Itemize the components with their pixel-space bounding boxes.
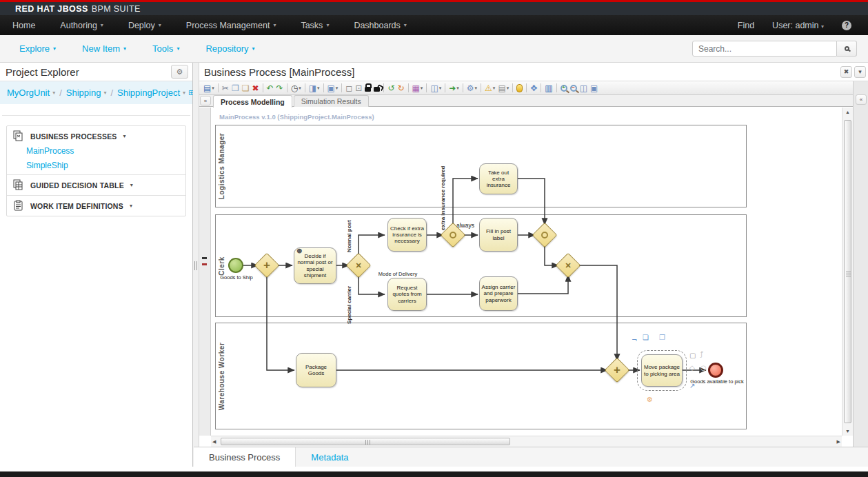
- fill-post-label-task[interactable]: Fill in post label: [479, 218, 518, 252]
- nav-item-home[interactable]: Home: [0, 15, 48, 35]
- cut-button[interactable]: ✂: [221, 82, 230, 94]
- section-guided-decision-table[interactable]: GUIDED DECISION TABLE ▾: [7, 175, 185, 195]
- section-business-processes[interactable]: BUSINESS PROCESSES ▾: [7, 126, 185, 146]
- find-link[interactable]: Find: [738, 21, 754, 30]
- scroll-up-icon[interactable]: ▲: [842, 110, 853, 114]
- start-event[interactable]: [228, 258, 243, 273]
- undo-button[interactable]: ↶: [265, 82, 275, 94]
- fit-screen-button[interactable]: ▣: [589, 82, 599, 94]
- section-work-item-definitions[interactable]: WORK ITEM DEFINITIONS ▾: [7, 196, 185, 216]
- scroll-right-icon[interactable]: ▶: [837, 439, 840, 445]
- breadcrumb-repository[interactable]: Shipping▾: [66, 88, 107, 98]
- subnav-item-repository[interactable]: Repository▾: [205, 43, 254, 54]
- subnav-item-tools[interactable]: Tools▾: [152, 43, 179, 54]
- tab-simulation-results[interactable]: Simulation Results: [294, 95, 369, 107]
- zoom-in-button[interactable]: [559, 82, 569, 94]
- collapsed-palette-strip[interactable]: [199, 108, 211, 436]
- history-button[interactable]: ◷▾: [290, 82, 303, 94]
- subnav-item-new-item[interactable]: New Item▾: [82, 43, 126, 54]
- validate-button[interactable]: ⚠▾: [483, 82, 496, 94]
- copy-button[interactable]: ❐: [230, 82, 241, 94]
- lane-label: Clerk: [218, 256, 225, 276]
- panel-splitter[interactable]: [193, 63, 199, 467]
- panel-menu-icon[interactable]: ▾: [854, 66, 866, 78]
- save-layout-button[interactable]: ▤▾: [496, 82, 510, 94]
- nav-item-tasks[interactable]: Tasks▾: [288, 15, 341, 35]
- nav-item-dashboards[interactable]: Dashboards▾: [341, 15, 418, 35]
- delete-icon: ✖: [252, 82, 259, 94]
- search-input[interactable]: [692, 41, 837, 57]
- close-icon[interactable]: ✖: [840, 66, 852, 78]
- nav-item-process-management[interactable]: Process Management▾: [174, 15, 289, 35]
- unlock-button[interactable]: [372, 82, 381, 94]
- add-doc-icon[interactable]: ❏: [643, 334, 649, 341]
- properties-button[interactable]: ◫▾: [429, 82, 443, 94]
- gear-icon[interactable]: ⚙: [171, 65, 188, 79]
- scroll-left-icon[interactable]: ◀: [212, 439, 216, 445]
- add-node-button[interactable]: ◨▾: [307, 82, 321, 94]
- checkbox-icon[interactable]: ▢: [689, 352, 696, 359]
- dock-icon[interactable]: ¬: [632, 336, 637, 344]
- select-marquee-button[interactable]: ◻: [344, 82, 354, 94]
- tab-process-modelling[interactable]: Process Modelling: [213, 95, 292, 108]
- scroll-down-icon[interactable]: ▼: [842, 429, 853, 434]
- deselect-marquee-button[interactable]: ⊡: [354, 82, 363, 94]
- nav-item-authoring[interactable]: Authoring▾: [48, 15, 116, 35]
- breadcrumb-project[interactable]: ShippingProject▾⊞: [117, 88, 194, 98]
- print-button[interactable]: ▣▾: [326, 82, 340, 94]
- search-button[interactable]: [837, 41, 857, 57]
- task-label: Fill in post label: [481, 228, 516, 241]
- check-insurance-task[interactable]: Check if extra insurance is necessary: [387, 218, 427, 252]
- undo-icon: ↶: [267, 82, 274, 94]
- color-grid-button[interactable]: ▦▾: [411, 82, 425, 94]
- subnav-item-explore[interactable]: Explore▾: [19, 43, 56, 54]
- fit-width-button[interactable]: ◫: [578, 82, 589, 94]
- redo-button[interactable]: ↷: [275, 82, 285, 94]
- save-button[interactable]: ▤▾: [202, 82, 216, 94]
- connect-in-button[interactable]: ↻: [396, 82, 405, 94]
- export-button[interactable]: ➜▾: [447, 82, 461, 94]
- vertical-scroll-thumb[interactable]: [844, 120, 851, 423]
- package-goods-task[interactable]: Package Goods: [296, 353, 336, 387]
- end-event[interactable]: [708, 363, 723, 378]
- wrench-icon[interactable]: ⚙: [647, 396, 653, 403]
- assign-carrier-task[interactable]: Assign carrier and prepare paperwork: [479, 276, 518, 311]
- user-menu[interactable]: User: admin ▾: [772, 21, 824, 30]
- lock-button[interactable]: [363, 82, 372, 94]
- process-link-simpleship[interactable]: SimpleShip: [26, 161, 185, 170]
- doc-gear-icon[interactable]: ❐: [659, 334, 665, 341]
- request-quotes-task[interactable]: Request quotes from carriers: [387, 278, 427, 311]
- delete-button[interactable]: ✖: [250, 82, 260, 94]
- breadcrumb-org-unit[interactable]: MyOrgUnit▾: [7, 88, 55, 98]
- take-out-insurance-task[interactable]: Take out extra insurance: [479, 163, 518, 194]
- import-button[interactable]: ▥: [543, 82, 554, 94]
- horizontal-scrollbar[interactable]: ◀ ▶: [211, 436, 842, 447]
- help-icon[interactable]: ?: [842, 21, 851, 30]
- nav-item-deploy[interactable]: Deploy▾: [116, 15, 174, 35]
- tools-button[interactable]: ⚙▾: [465, 82, 478, 94]
- connect-out-button[interactable]: ↺: [386, 82, 396, 94]
- vertical-scrollbar[interactable]: ▲ ▼: [842, 108, 853, 436]
- horizontal-scroll-thumb[interactable]: [221, 438, 510, 445]
- brand-title-bold: RED HAT JBOSS: [15, 4, 88, 14]
- collapse-panel-icon[interactable]: «: [856, 94, 867, 105]
- zoom-out-button[interactable]: [569, 82, 578, 94]
- connect-out-icon: ↺: [387, 82, 394, 94]
- chevron-down-icon: ▾: [317, 85, 320, 91]
- gateway-symbol: [536, 227, 553, 243]
- paste-button[interactable]: ❏: [241, 82, 251, 94]
- event-ghost-icon[interactable]: ○: [700, 364, 707, 372]
- move-package-task[interactable]: Move package to picking area: [641, 354, 683, 387]
- gateway-ghost-icon[interactable]: ◇: [689, 364, 695, 372]
- bottom-tab-business-process[interactable]: Business Process: [194, 447, 296, 467]
- expand-palette-icon[interactable]: »: [200, 96, 211, 105]
- work-item-icon: [12, 200, 24, 212]
- move-button[interactable]: ✥: [529, 82, 538, 94]
- edge-arrow-icon[interactable]: ↗: [689, 382, 695, 389]
- decide-task[interactable]: Decide if normal post or special shipmen…: [294, 247, 336, 284]
- bottom-tab-metadata[interactable]: Metadata: [296, 447, 363, 467]
- process-canvas[interactable]: MainProcess v.1.0 (ShippingProject.MainP…: [211, 108, 842, 436]
- script-icon[interactable]: ƒ: [700, 350, 703, 358]
- coin-button[interactable]: [515, 82, 524, 94]
- process-link-mainprocess[interactable]: MainProcess: [26, 146, 185, 156]
